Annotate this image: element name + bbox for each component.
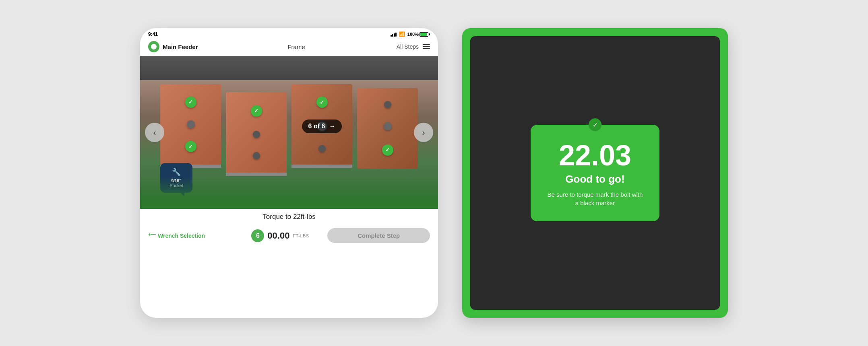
torque-display: 6 00.00 FT-LBS [238, 229, 323, 242]
nav-arrow-right[interactable]: › [414, 123, 433, 142]
torque-value-display: 00.00 [267, 231, 289, 241]
block-base-2 [226, 173, 287, 176]
bottom-gradient [140, 177, 438, 209]
back-arrow-icon: ⬸ [148, 231, 155, 240]
bolt-3: ✓ [185, 141, 196, 152]
result-status-text: Good to go! [547, 173, 643, 185]
instruction-text: Torque to 22ft-lbs [140, 209, 438, 223]
status-right: 📶 100% [391, 31, 430, 37]
wrench-selection-button[interactable]: ⬸ Wrench Selection [148, 231, 233, 240]
result-card: ✓ 22.03 Good to go! Be sure to torque ma… [531, 125, 659, 221]
result-check-icon: ✓ [589, 118, 601, 131]
torque-unit-label: FT-LBS [293, 233, 309, 238]
component-block-4: ✓ [357, 88, 418, 169]
result-inner: ✓ 22.03 Good to go! Be sure to torque ma… [470, 36, 720, 310]
app-title: Main Feeder [163, 43, 252, 50]
bolt-7: ✓ [316, 97, 328, 108]
status-time: 9:41 [148, 31, 158, 37]
bolt-8 [318, 145, 326, 152]
bolt-9 [384, 101, 391, 108]
machine-image-area: ✓ ✓ ✓ ✓ 🔩 6 o [140, 56, 438, 209]
battery-icon: 100% [407, 32, 430, 37]
component-block-2: ✓ [226, 92, 287, 173]
nav-right: All Steps [341, 43, 430, 50]
component-block-1: ✓ ✓ [160, 84, 221, 165]
bolt-4: ✓ [251, 105, 262, 117]
action-bar: ⬸ Wrench Selection 6 00.00 FT-LBS Comple… [140, 223, 438, 248]
all-steps-label[interactable]: All Steps [397, 43, 419, 50]
nav-section: Frame [252, 43, 341, 50]
app-logo [148, 41, 159, 52]
progress-badge: 6 of 6 → [302, 119, 342, 133]
bolt-11: ✓ [382, 144, 393, 156]
bolt-1: ✓ [185, 97, 196, 108]
bolt-6 [253, 152, 260, 159]
bolt-5 [253, 131, 260, 138]
progress-text: 6 of 6 [308, 123, 325, 130]
wifi-icon: 📶 [399, 31, 405, 37]
bolt-10 [384, 122, 392, 130]
result-panel: ✓ 22.03 Good to go! Be sure to torque ma… [462, 28, 728, 318]
ipad-left-panel: 9:41 📶 100% Main Feeder Frame [140, 28, 438, 318]
menu-icon[interactable] [423, 44, 430, 49]
bolt-number-badge: 6 [251, 229, 264, 242]
battery-tip [429, 33, 430, 35]
result-message-text: Be sure to torque mark the bolt with a b… [547, 190, 643, 207]
bolt-2 [187, 120, 195, 128]
nav-bar: Main Feeder Frame All Steps [140, 39, 438, 56]
components-row: ✓ ✓ ✓ ✓ 🔩 6 o [160, 84, 418, 181]
machine-top-bar [140, 56, 438, 80]
wrench-selection-label: Wrench Selection [158, 233, 205, 239]
battery-body [420, 32, 428, 37]
complete-step-button[interactable]: Complete Step [327, 228, 430, 243]
result-torque-value: 22.03 [547, 141, 643, 170]
status-bar: 9:41 📶 100% [140, 28, 438, 39]
component-block-3: ✓ 🔩 6 of 6 → [291, 84, 352, 165]
nav-arrow-left[interactable]: ‹ [145, 123, 164, 142]
block-base-3 [291, 165, 352, 168]
active-bolt-row: 🔩 6 of 6 → [316, 121, 328, 132]
battery-percent: 100% [407, 32, 419, 37]
battery-fill [420, 33, 427, 36]
signal-icon [391, 32, 397, 37]
wrench-icon: 🔧 [166, 168, 187, 177]
